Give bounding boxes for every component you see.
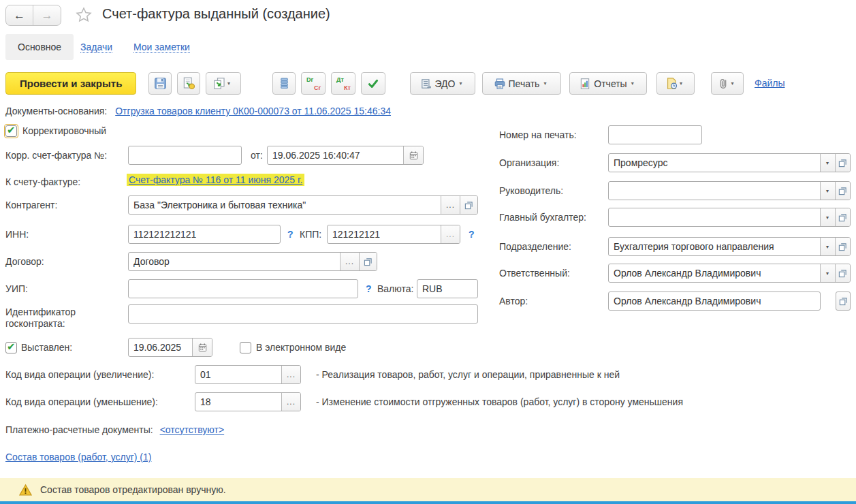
base-docs-label: Документы-основания: [5,106,107,116]
responsible-input[interactable] [609,264,820,282]
contract-select-button[interactable]: ... [340,253,359,270]
op-code-increase-input[interactable] [195,366,281,383]
base-docs-link[interactable]: Отгрузка товаров клиенту 0К00-000073 от … [115,106,391,116]
manager-open-button[interactable] [835,182,850,200]
page-title: Счет-фактура выданный (создание) [102,6,330,22]
kpp-input[interactable] [328,225,441,243]
corr-date-ot-label: от: [251,150,263,161]
warning-icon [19,484,32,497]
electronic-checkbox[interactable] [240,342,251,353]
op-code-increase-description: - Реализация товаров, работ, услуг и опе… [316,369,620,380]
author-open-button[interactable] [836,292,851,311]
create-based-on-dropdown[interactable]: ▾ [227,80,230,86]
issued-checkbox[interactable] [5,342,17,353]
uip-input[interactable] [129,280,358,298]
chief-accountant-input[interactable] [609,208,820,226]
attachments-dropdown[interactable]: ▾ [731,80,733,86]
department-dropdown-button[interactable]: ▾ [820,238,835,255]
gov-contract-input[interactable] [129,305,477,323]
inn-input[interactable] [129,225,280,243]
post-and-close-button[interactable]: Провести и закрыть [5,72,136,95]
kpp-label: КПП: [300,229,321,240]
schedule-dropdown[interactable]: ▾ [680,80,682,86]
print-button[interactable]: Печать ▾ [482,72,561,95]
register-records-icon [278,77,291,90]
department-label: Подразделение: [499,241,571,252]
check-fill-button[interactable] [361,72,385,95]
chief-accountant-dropdown-button[interactable]: ▾ [820,208,835,226]
corr-number-input[interactable] [129,146,241,164]
uip-help-icon[interactable]: ? [366,283,372,294]
inn-help-icon[interactable]: ? [287,229,294,240]
responsible-open-button[interactable] [835,264,850,282]
dt-kt-icon: ДтКт [336,76,351,91]
edo-dropdown[interactable]: ▾ [459,80,462,86]
invoice-form-window: ← → Счет-фактура выданный (создание) Осн… [0,0,856,504]
print-number-input[interactable] [609,126,701,144]
payment-docs-label: Платежно-расчетные документы: [5,424,153,435]
history-nav: ← → [5,5,61,26]
op-code-increase-select-button[interactable]: ... [281,366,300,383]
op-code-decrease-label: Код вида операции (уменьшение): [5,396,158,407]
dr-cr-button[interactable]: DrCr [301,72,326,95]
department-open-button[interactable] [835,238,850,255]
payment-docs-link[interactable]: <отсутствуют> [160,424,225,435]
printer-icon [494,78,506,90]
corr-datetime-input[interactable] [268,146,403,164]
dr-cr-icon: DrCr [306,76,321,91]
files-link[interactable]: Файлы [755,78,784,89]
print-dropdown[interactable]: ▾ [543,80,546,86]
goods-composition-link[interactable]: Состав товаров (работ, услуг) (1) [5,452,151,462]
kpp-help-icon[interactable]: ? [469,229,475,240]
tab-my-notes[interactable]: Мои заметки [133,42,190,53]
issued-date-calendar-button[interactable] [192,338,212,356]
op-code-increase-label: Код вида операции (увеличение): [5,369,154,380]
corrective-checkbox[interactable] [5,125,17,137]
manager-input[interactable] [609,182,820,200]
op-code-decrease-input[interactable] [195,393,281,411]
register-records-button[interactable] [272,72,296,95]
op-code-decrease-select-button[interactable]: ... [281,393,300,411]
edo-button[interactable]: ЭДО ▾ [410,72,475,95]
author-input[interactable] [609,292,820,310]
dt-kt-button[interactable]: ДтКт [331,72,355,95]
organization-dropdown-button[interactable]: ▾ [820,154,835,172]
electronic-label: В электронном виде [256,342,346,353]
manager-dropdown-button[interactable]: ▾ [820,182,835,200]
counterparty-select-button[interactable]: ... [441,196,460,214]
currency-input[interactable] [417,280,477,298]
post-document-button[interactable] [177,72,200,95]
back-button[interactable]: ← [6,5,33,25]
create-based-on-button[interactable]: ▾ [206,72,241,95]
organization-input[interactable] [609,154,820,172]
tab-tasks[interactable]: Задачи [80,42,112,53]
forward-button[interactable]: → [33,5,61,25]
to-invoice-link[interactable]: Счет-фактура № 116 от 11 июня 2025 г. [127,174,304,186]
paperclip-icon [717,78,729,90]
counterparty-label: Контрагент: [5,200,57,210]
schedule-document-button[interactable]: ▾ [656,72,695,95]
corr-datetime-calendar-button[interactable] [403,146,423,164]
counterparty-open-button[interactable] [460,196,477,214]
save-icon [154,77,167,90]
contract-input[interactable] [129,253,340,270]
save-button[interactable] [148,72,172,95]
green-check-icon [367,78,379,90]
reports-button[interactable]: Отчеты ▾ [569,72,647,95]
kpp-select-button[interactable]: ... [441,225,460,243]
favorite-star-icon[interactable] [75,6,93,24]
attachments-button[interactable]: ▾ [711,72,744,95]
tab-main[interactable]: Основное [5,34,74,60]
chief-accountant-open-button[interactable] [835,208,850,226]
issued-date-input[interactable] [129,338,192,356]
contract-open-button[interactable] [359,253,377,270]
corr-number-label: Корр. счет-фактура №: [5,150,107,161]
organization-open-button[interactable] [835,154,850,172]
counterparty-input[interactable] [129,196,441,214]
reports-chart-icon [579,78,591,90]
author-label: Автор: [499,296,528,306]
responsible-dropdown-button[interactable]: ▾ [820,264,835,282]
department-input[interactable] [609,238,820,255]
inn-label: ИНН: [5,229,29,240]
reports-dropdown[interactable]: ▾ [631,80,634,86]
